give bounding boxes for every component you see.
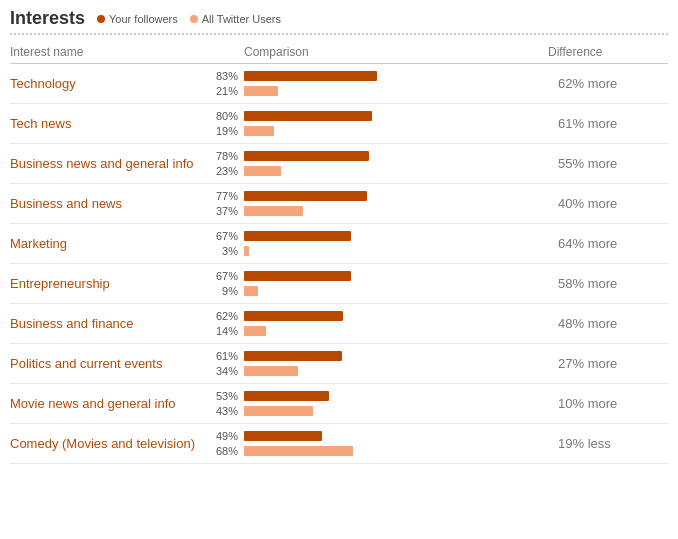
- interest-name: Business and news: [10, 196, 210, 211]
- followers-bar-row: 62%: [210, 310, 548, 322]
- followers-bar-fill: [244, 391, 329, 401]
- comparison-cell: 77% 37%: [210, 190, 548, 217]
- followers-bar-track: [244, 151, 548, 161]
- legend: Your followers All Twitter Users: [97, 13, 281, 25]
- followers-pct: 67%: [210, 270, 238, 282]
- all-bar-row: 37%: [210, 205, 548, 217]
- all-bar-track: [244, 406, 548, 416]
- interest-name: Business and finance: [10, 316, 210, 331]
- interest-name: Movie news and general info: [10, 396, 210, 411]
- followers-bar-fill: [244, 431, 322, 441]
- all-pct: 9%: [210, 285, 238, 297]
- all-bar-row: 3%: [210, 245, 548, 257]
- all-pct: 14%: [210, 325, 238, 337]
- followers-bar-track: [244, 231, 548, 241]
- table-row: Tech news 80% 19% 61% more: [10, 104, 668, 144]
- difference-cell: 40% more: [548, 196, 668, 211]
- page-title: Interests: [10, 8, 85, 29]
- all-bar-fill: [244, 86, 278, 96]
- all-bar-fill: [244, 206, 303, 216]
- interest-name: Marketing: [10, 236, 210, 251]
- all-pct: 68%: [210, 445, 238, 457]
- interest-name: Entrepreneurship: [10, 276, 210, 291]
- all-bar-track: [244, 166, 548, 176]
- followers-bar-fill: [244, 351, 342, 361]
- difference-cell: 62% more: [548, 76, 668, 91]
- legend-all: All Twitter Users: [190, 13, 281, 25]
- comparison-cell: 78% 23%: [210, 150, 548, 177]
- all-bar-row: 19%: [210, 125, 548, 137]
- all-bar-track: [244, 246, 548, 256]
- all-color-dot: [190, 15, 198, 23]
- table-row: Business and news 77% 37% 40% more: [10, 184, 668, 224]
- followers-pct: 80%: [210, 110, 238, 122]
- followers-bar-row: 49%: [210, 430, 548, 442]
- comparison-cell: 53% 43%: [210, 390, 548, 417]
- followers-label: Your followers: [109, 13, 178, 25]
- interest-name: Technology: [10, 76, 210, 91]
- all-label: All Twitter Users: [202, 13, 281, 25]
- followers-bar-fill: [244, 271, 351, 281]
- difference-cell: 55% more: [548, 156, 668, 171]
- comparison-cell: 62% 14%: [210, 310, 548, 337]
- followers-color-dot: [97, 15, 105, 23]
- col-header-difference: Difference: [548, 45, 668, 59]
- all-bar-row: 68%: [210, 445, 548, 457]
- followers-pct: 77%: [210, 190, 238, 202]
- all-bar-row: 9%: [210, 285, 548, 297]
- all-pct: 3%: [210, 245, 238, 257]
- followers-pct: 49%: [210, 430, 238, 442]
- followers-pct: 83%: [210, 70, 238, 82]
- all-bar-row: 34%: [210, 365, 548, 377]
- followers-bar-track: [244, 351, 548, 361]
- followers-bar-row: 77%: [210, 190, 548, 202]
- all-pct: 19%: [210, 125, 238, 137]
- table-row: Politics and current events 61% 34% 27% …: [10, 344, 668, 384]
- all-bar-fill: [244, 446, 353, 456]
- table-row: Technology 83% 21% 62% more: [10, 64, 668, 104]
- table-row: Business news and general info 78% 23% 5…: [10, 144, 668, 184]
- table-row: Movie news and general info 53% 43% 10% …: [10, 384, 668, 424]
- all-pct: 43%: [210, 405, 238, 417]
- all-bar-fill: [244, 166, 281, 176]
- all-bar-fill: [244, 406, 313, 416]
- followers-bar-row: 67%: [210, 270, 548, 282]
- followers-pct: 53%: [210, 390, 238, 402]
- col-header-interest: Interest name: [10, 45, 210, 59]
- difference-cell: 61% more: [548, 116, 668, 131]
- difference-cell: 19% less: [548, 436, 668, 451]
- comparison-cell: 83% 21%: [210, 70, 548, 97]
- followers-bar-row: 61%: [210, 350, 548, 362]
- followers-bar-fill: [244, 111, 372, 121]
- table-body: Technology 83% 21% 62% more Tech news: [10, 64, 668, 464]
- difference-cell: 10% more: [548, 396, 668, 411]
- all-bar-track: [244, 446, 548, 456]
- all-pct: 21%: [210, 85, 238, 97]
- followers-bar-track: [244, 191, 548, 201]
- table-row: Marketing 67% 3% 64% more: [10, 224, 668, 264]
- followers-pct: 62%: [210, 310, 238, 322]
- all-pct: 37%: [210, 205, 238, 217]
- interest-name: Business news and general info: [10, 156, 210, 171]
- all-pct: 34%: [210, 365, 238, 377]
- difference-cell: 58% more: [548, 276, 668, 291]
- followers-bar-fill: [244, 231, 351, 241]
- followers-bar-track: [244, 71, 548, 81]
- followers-bar-track: [244, 391, 548, 401]
- legend-followers: Your followers: [97, 13, 178, 25]
- all-bar-track: [244, 206, 548, 216]
- difference-cell: 64% more: [548, 236, 668, 251]
- followers-bar-track: [244, 271, 548, 281]
- followers-bar-row: 80%: [210, 110, 548, 122]
- followers-bar-row: 53%: [210, 390, 548, 402]
- table-row: Entrepreneurship 67% 9% 58% more: [10, 264, 668, 304]
- difference-cell: 48% more: [548, 316, 668, 331]
- interest-name: Politics and current events: [10, 356, 210, 371]
- all-bar-track: [244, 126, 548, 136]
- col-header-comparison: Comparison: [210, 45, 548, 59]
- all-bar-track: [244, 366, 548, 376]
- all-bar-track: [244, 326, 548, 336]
- interests-header: Interests Your followers All Twitter Use…: [10, 8, 668, 35]
- comparison-cell: 49% 68%: [210, 430, 548, 457]
- followers-bar-track: [244, 111, 548, 121]
